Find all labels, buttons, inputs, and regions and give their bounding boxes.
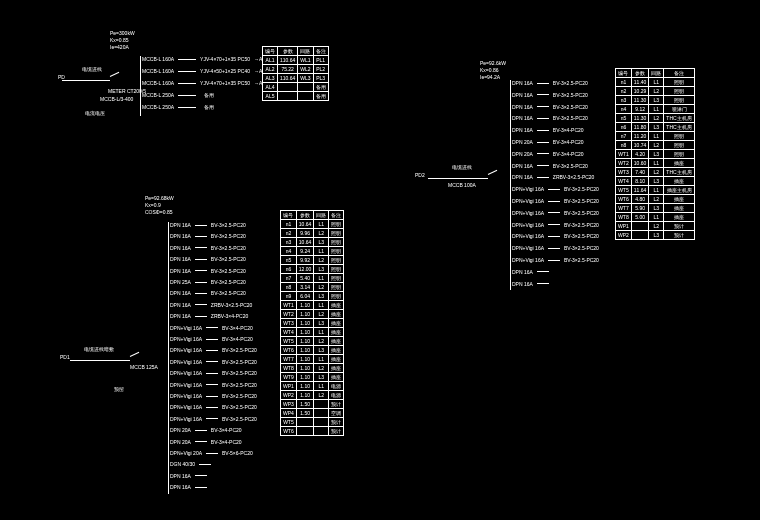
circuit-row: DPN 16AZRBV-3×2.5-PC20: [512, 174, 594, 180]
table-header-cell: 编号: [281, 211, 297, 220]
table-cell: n2: [616, 87, 632, 96]
circuit-row: DPN 16ABV-3×2.5-PC20: [170, 290, 246, 296]
table-row: n49.24L1照明: [281, 247, 344, 256]
table-cell: 照明: [329, 229, 344, 238]
circuit-row: DPN+Vigi 16ABV-3×2.5-PC20: [170, 370, 257, 376]
table-row: AL3110.64WL3PL3: [263, 74, 329, 83]
breaker-label: DPN 16A: [512, 80, 533, 86]
table-cell: WT7: [281, 355, 297, 364]
table-cell: WT2: [616, 159, 632, 168]
wire-line-icon: [537, 130, 549, 131]
breaker-label: DPN 16A: [170, 256, 191, 262]
circuit-row: DPN+Vigi 16ABV-3×2.5-PC20: [512, 233, 599, 239]
breaker-label: DPN 20A: [170, 427, 191, 433]
circuit-row: DPN 16A: [170, 484, 211, 490]
panel-a-incoming-label: 电缆进线: [82, 66, 102, 72]
table-row: n59.92L2照明: [281, 256, 344, 265]
cable-label: BV-3×2.5-PC20: [211, 233, 246, 239]
breaker-label: DPN+Vigi 20A: [170, 450, 202, 456]
circuit-row: DPN 16A: [512, 269, 553, 275]
breaker-label: DPN 20A: [170, 439, 191, 445]
param-line: COSΦ=0.85: [145, 209, 174, 215]
table-cell: n2: [281, 229, 297, 238]
table-row: WT64.80L2插座: [616, 195, 695, 204]
wire-line-icon: [206, 407, 218, 408]
wire-line-icon: [195, 487, 207, 488]
table-cell: [314, 418, 329, 427]
table-cell: L3: [649, 96, 664, 105]
table-cell: WT5: [616, 186, 632, 195]
table-row: WT37.40L2THC主机房: [616, 168, 695, 177]
table-row: n612.00L3照明: [281, 265, 344, 274]
wire-line-icon: [199, 464, 211, 465]
param-line: Pe=300kW: [110, 30, 135, 36]
param-line: Kx=0.86: [480, 67, 506, 73]
table-cell: L2: [649, 141, 664, 150]
circuit-row: MCCB-L 250A备用: [142, 104, 214, 110]
wire-line-icon: [195, 430, 207, 431]
breaker-label: DPN 16A: [170, 233, 191, 239]
table-cell: L1: [314, 382, 329, 391]
table-cell: L3: [649, 177, 664, 186]
table-cell: 9.92: [296, 256, 314, 265]
breaker-label: DPN 16A: [512, 104, 533, 110]
wire-line-icon: [537, 142, 549, 143]
cable-label: BV-3×2.5-PC20: [564, 233, 599, 239]
table-cell: L3: [314, 265, 329, 274]
table-cell: WP3: [281, 400, 297, 409]
circuit-row: DPN 16ABV-3×2.5-PC20: [170, 245, 246, 251]
table-cell: 插座: [664, 177, 694, 186]
table-row: AL5备用: [263, 92, 329, 101]
table-cell: L2: [314, 229, 329, 238]
circuit-row: DPN 16AZRBV-3×4-PC20: [170, 313, 248, 319]
table-cell: L3: [314, 319, 329, 328]
table-row: n49.12L1喷淋门: [616, 105, 695, 114]
table-cell: WT2: [281, 310, 297, 319]
table-cell: WP1: [616, 222, 632, 231]
breaker-label: DPN 16A: [512, 174, 533, 180]
table-cell: 照明: [329, 247, 344, 256]
circuit-row: DPN 20ABV-3×4-PC20: [170, 427, 242, 433]
table-cell: n7: [281, 274, 297, 283]
table-cell: 1.10: [296, 346, 314, 355]
table-cell: L2: [314, 283, 329, 292]
table-cell: n9: [281, 292, 297, 301]
panel-c-incoming-label: 电缆进线: [452, 164, 472, 170]
table-cell: n6: [616, 123, 632, 132]
table-cell: 插座: [329, 355, 344, 364]
param-line: Pe=92.68kW: [145, 195, 174, 201]
circuit-row: DPN+Vigi 16ABV-3×4-PC20: [170, 336, 253, 342]
wire-line-icon: [537, 153, 549, 154]
wire-line-icon: [206, 350, 218, 351]
table-cell: L3: [649, 150, 664, 159]
wire-line-icon: [548, 201, 560, 202]
table-cell: WT5: [281, 418, 297, 427]
table-cell: 1.10: [296, 328, 314, 337]
table-cell: [298, 92, 313, 101]
breaker-label: DPN 16A: [512, 269, 533, 275]
table-row: AL4备用: [263, 83, 329, 92]
breaker-label: DPN+Vigi 16A: [512, 245, 544, 251]
param-line: Ie=420A: [110, 44, 135, 50]
table-header-cell: 参数: [631, 69, 649, 78]
breaker-label: DPN 16A: [170, 313, 191, 319]
cable-label: BV-3×2.5-PC20: [211, 245, 246, 251]
table-cell: [631, 231, 649, 240]
table-cell: WL1: [298, 56, 313, 65]
table-cell: WT5: [281, 337, 297, 346]
wire-line-icon: [548, 248, 560, 249]
destination-label: 备用: [204, 104, 214, 110]
table-cell: L1: [314, 220, 329, 229]
table-cell: L2: [649, 87, 664, 96]
cable-label: BV-3×2.5-PC20: [211, 279, 246, 285]
table-cell: 4.80: [631, 195, 649, 204]
table-cell: WP4: [281, 409, 297, 418]
wire-line-icon: [206, 373, 218, 374]
table-cell: n8: [281, 283, 297, 292]
wire-line-icon: [178, 95, 196, 96]
table-cell: n3: [616, 96, 632, 105]
table-cell: 9.24: [296, 247, 314, 256]
breaker-label: DPN 20A: [512, 151, 533, 157]
table-cell: THC主机房: [664, 123, 694, 132]
table-cell: 插座: [329, 319, 344, 328]
